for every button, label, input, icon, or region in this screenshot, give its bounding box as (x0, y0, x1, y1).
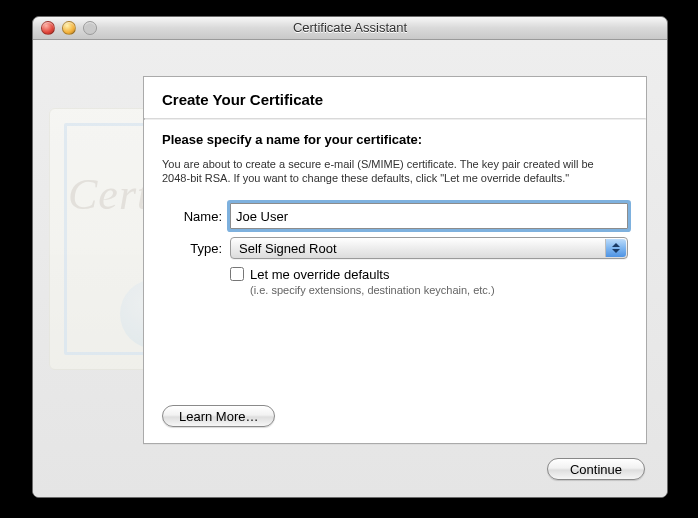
titlebar: Certificate Assistant (33, 17, 667, 40)
main-panel: Create Your Certificate Please specify a… (143, 76, 647, 444)
panel-heading: Create Your Certificate (144, 77, 646, 118)
type-select-wrap: Self Signed Root (230, 237, 628, 259)
override-row: Let me override defaults (230, 267, 628, 283)
certificate-name-input[interactable] (230, 203, 628, 229)
type-select-value: Self Signed Root (239, 241, 337, 256)
window-body: Certif Create Your Certificate Please sp… (33, 40, 667, 498)
override-defaults-label: Let me override defaults (250, 267, 389, 283)
instruction-text: Please specify a name for your certifica… (162, 132, 628, 147)
learn-more-button[interactable]: Learn More… (162, 405, 275, 427)
description-text: You are about to create a secure e-mail … (162, 157, 602, 185)
select-stepper-icon (605, 239, 626, 257)
name-label: Name: (162, 209, 222, 224)
override-defaults-checkbox[interactable] (230, 267, 244, 281)
certificate-type-select[interactable]: Self Signed Root (230, 237, 628, 259)
certificate-assistant-window: Certificate Assistant Certif Create Your… (32, 16, 668, 498)
name-row: Name: (162, 203, 628, 229)
override-defaults-sublabel: (i.e. specify extensions, destination ke… (250, 284, 628, 296)
continue-button[interactable]: Continue (547, 458, 645, 480)
footer: Continue (547, 458, 645, 480)
type-label: Type: (162, 241, 222, 256)
window-title: Certificate Assistant (33, 17, 667, 39)
type-row: Type: Self Signed Root (162, 237, 628, 259)
